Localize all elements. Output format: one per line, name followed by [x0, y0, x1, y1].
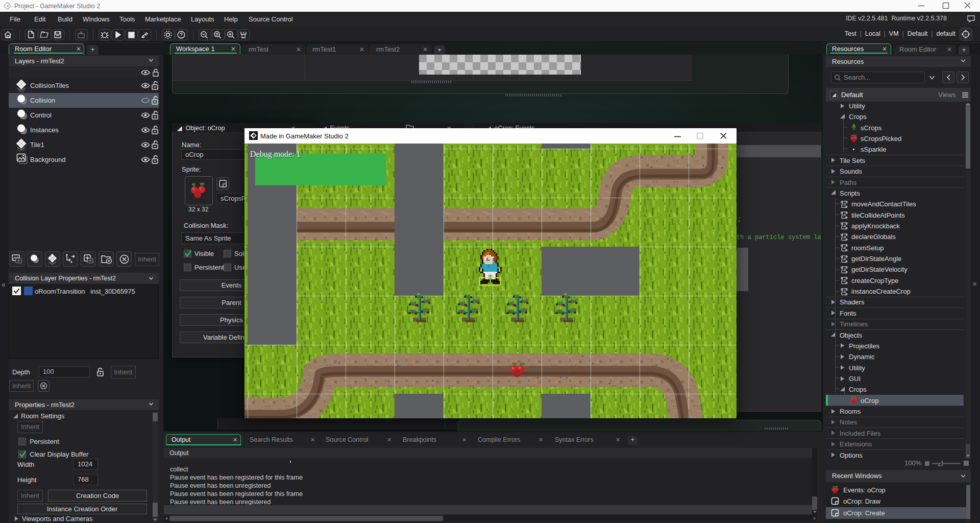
- svg-text:Debug mode: 1: Debug mode: 1: [250, 150, 301, 159]
